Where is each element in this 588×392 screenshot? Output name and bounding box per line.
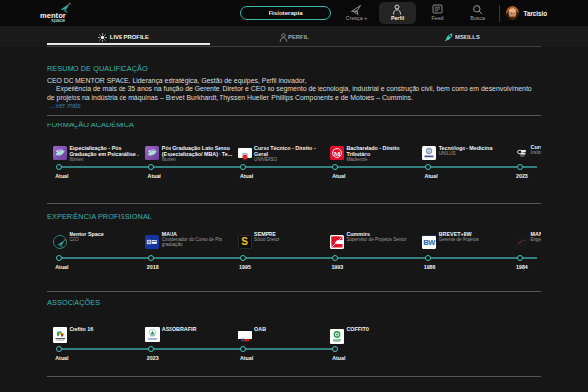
svg-text:M: M xyxy=(334,150,341,158)
